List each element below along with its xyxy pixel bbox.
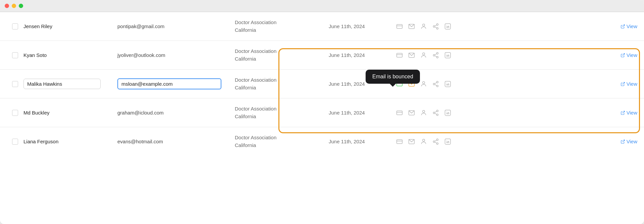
row-checkbox[interactable] [12,110,18,116]
contact-org: Doctor AssociationCalifornia [235,135,276,148]
name-col: Kyan Soto [23,52,117,58]
svg-line-7 [435,27,437,28]
person-icon[interactable] [420,52,427,59]
person-icon[interactable] [420,23,427,30]
actions-col [396,138,610,145]
name-input[interactable] [23,79,101,89]
view-col: View [610,139,637,144]
row-checkbox[interactable] [12,139,18,145]
svg-line-49 [435,113,437,114]
date-col: June 11th, 2024 [329,52,396,58]
share-icon[interactable] [432,23,439,30]
email-icon[interactable] [408,138,415,145]
person-icon[interactable] [420,138,427,145]
row-checkbox-col [7,23,23,29]
table-row: Md Buckley graham@icloud.com Doctor Asso… [0,98,644,127]
linkedin-icon[interactable] [444,138,451,145]
svg-point-48 [437,114,438,116]
email-input[interactable] [117,78,221,89]
svg-line-64 [435,140,437,141]
table-row: Jensen Riley pontipak@gmail.com Doctor A… [0,12,644,41]
view-col: View [610,52,637,58]
name-col: Jensen Riley [23,23,117,29]
card-icon[interactable] [396,109,403,117]
share-icon[interactable] [432,52,439,59]
svg-point-45 [423,110,425,113]
contact-email: evans@hotmail.com [117,139,163,144]
date-col: June 11th, 2024 [329,81,396,87]
table-row: Kyan Soto jyoliver@outlook.com Doctor As… [0,41,644,70]
contact-org: Doctor AssociationCalifornia [235,48,276,62]
svg-line-22 [435,54,437,55]
svg-line-27 [623,53,625,55]
svg-point-19 [433,54,435,56]
person-icon[interactable] [420,109,427,117]
row-checkbox[interactable] [12,23,18,29]
share-icon[interactable] [432,80,439,88]
date-col: June 11th, 2024 [329,23,396,29]
svg-point-5 [433,25,435,27]
svg-line-8 [435,25,437,26]
row-checkbox[interactable] [12,52,18,58]
share-icon[interactable] [432,109,439,117]
svg-point-3 [423,24,425,26]
linkedin-icon[interactable] [444,52,451,59]
svg-point-59 [423,139,425,141]
svg-point-32 [437,81,438,83]
email-col [117,78,235,89]
card-icon[interactable] [396,138,403,145]
contact-org: Doctor AssociationCalifornia [235,19,276,33]
card-icon[interactable] [396,23,403,30]
email-icon[interactable] [408,52,415,59]
svg-rect-56 [397,140,402,144]
svg-point-62 [437,143,438,144]
view-link[interactable]: View [621,110,637,116]
maximize-button[interactable] [19,4,23,8]
org-col: Doctor AssociationCalifornia [235,134,329,149]
linkedin-icon[interactable] [444,80,451,88]
contact-org: Doctor AssociationCalifornia [235,77,276,90]
svg-point-31 [423,81,425,84]
email-icon[interactable] [408,109,415,117]
org-col: Doctor AssociationCalifornia [235,105,329,120]
action-icons-group [396,109,451,117]
minimize-button[interactable] [12,4,16,8]
linkedin-icon[interactable] [444,23,451,30]
view-link[interactable]: View [621,23,637,29]
email-icon[interactable] [408,23,415,30]
view-link[interactable]: View [621,52,637,58]
linkedin-icon[interactable] [444,109,451,117]
org-col: Doctor AssociationCalifornia [235,19,329,34]
email-icon-bounced[interactable] [408,80,415,88]
card-icon[interactable] [396,52,403,59]
email-col: jyoliver@outlook.com [117,52,235,58]
view-link[interactable]: View [621,139,637,144]
person-icon[interactable] [420,80,427,88]
app-window: Jensen Riley pontipak@gmail.com Doctor A… [0,0,644,224]
date-col: June 11th, 2024 [329,139,396,145]
svg-line-35 [435,84,437,85]
close-button[interactable] [5,4,9,8]
email-col: pontipak@gmail.com [117,23,235,29]
svg-point-4 [437,23,438,25]
svg-line-55 [623,111,625,113]
card-icon-active[interactable] [396,80,403,88]
row-checkbox-col [7,110,23,116]
contact-name: Md Buckley [23,110,50,116]
row-checkbox[interactable] [12,81,18,87]
email-col: graham@icloud.com [117,110,235,116]
contact-table: Jensen Riley pontipak@gmail.com Doctor A… [0,12,644,156]
share-icon[interactable] [432,138,439,145]
actions-col [396,52,610,59]
action-icons-group [396,52,451,59]
actions-col [396,80,610,88]
org-col: Doctor AssociationCalifornia [235,76,329,91]
action-icons-group [396,80,451,88]
svg-point-61 [433,141,435,142]
contact-name: Kyan Soto [23,52,47,58]
contact-email: graham@icloud.com [117,110,164,116]
svg-point-17 [423,53,425,55]
svg-line-69 [623,140,625,142]
row-checkbox-col [7,139,23,145]
view-link[interactable]: View [621,81,637,87]
